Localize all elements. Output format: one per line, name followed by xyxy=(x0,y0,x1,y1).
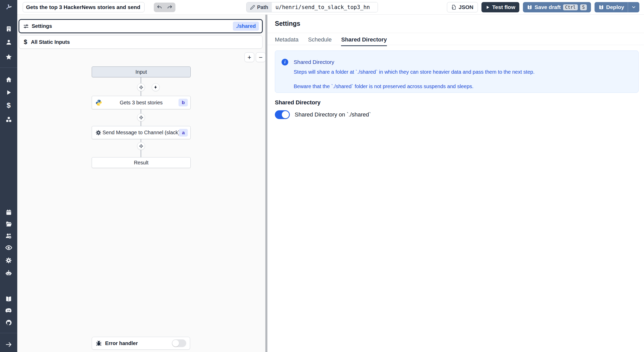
panel-resize-handle[interactable] xyxy=(265,15,267,352)
gear-icon xyxy=(95,130,101,136)
settings-panel-title: Settings xyxy=(275,20,300,27)
add-trigger-button[interactable] xyxy=(152,83,160,91)
folders-icon[interactable] xyxy=(0,220,17,228)
flow-editor-panel: Settings ./shared $ All Static Inputs + … xyxy=(17,15,265,352)
resources-cubes-icon[interactable] xyxy=(0,116,17,123)
node-step-a-label: Send Message to Channel (slack) xyxy=(103,130,180,136)
favorites-star-icon[interactable] xyxy=(0,53,17,61)
shared-directory-section-title: Shared Directory xyxy=(275,99,320,106)
node-input[interactable]: Input xyxy=(92,66,191,77)
json-button[interactable]: JSON xyxy=(447,2,478,12)
error-handler-label: Error handler xyxy=(105,340,138,346)
flow-settings-box[interactable]: Settings ./shared xyxy=(19,19,263,33)
groups-icon[interactable] xyxy=(0,232,17,240)
runs-play-icon[interactable] xyxy=(0,89,17,96)
node-step-b[interactable]: Gets 3 best stories b xyxy=(92,96,191,109)
path-input[interactable] xyxy=(272,2,378,12)
shared-directory-toggle-row: Shared Directory on `./shared` xyxy=(275,110,371,119)
path-field-group: Path xyxy=(246,2,378,12)
add-step-button[interactable] xyxy=(137,142,145,150)
node-step-b-label: Gets 3 best stories xyxy=(120,100,163,106)
shared-directory-toggle[interactable] xyxy=(275,110,290,119)
undo-redo-group xyxy=(154,3,175,12)
python-icon xyxy=(95,99,102,106)
plus-icon xyxy=(139,144,143,148)
static-inputs-label: All Static Inputs xyxy=(31,39,70,45)
deploy-more-button[interactable] xyxy=(628,2,639,12)
user-icon[interactable] xyxy=(0,38,17,46)
sidebar-divider xyxy=(0,333,17,333)
sidebar: $ xyxy=(0,0,17,352)
topbar: Path JSON Test flow Save draft Ctrl S De… xyxy=(17,0,644,15)
node-result-label: Result xyxy=(134,160,149,166)
node-input-label: Input xyxy=(135,69,147,75)
flow-title-input[interactable] xyxy=(23,2,145,12)
topbar-actions: JSON Test flow Save draft Ctrl S Deploy xyxy=(447,2,639,12)
settings-gear-icon[interactable] xyxy=(0,256,17,264)
step-id-badge: a xyxy=(179,129,188,137)
dollar-icon: $ xyxy=(23,38,28,46)
expand-arrow-icon[interactable] xyxy=(0,341,17,348)
info-box-title: Shared Directory xyxy=(294,59,334,65)
add-step-button[interactable] xyxy=(137,83,145,91)
workers-robot-icon[interactable] xyxy=(0,269,17,277)
settings-panel: Settings Metadata Schedule Shared Direct… xyxy=(267,15,644,352)
all-static-inputs-box[interactable]: $ All Static Inputs xyxy=(19,35,262,49)
home-icon[interactable] xyxy=(0,76,17,83)
redo-button[interactable] xyxy=(165,3,174,12)
add-step-button[interactable] xyxy=(137,113,145,121)
workspace-building-icon[interactable] xyxy=(0,25,17,33)
save-icon xyxy=(599,5,604,10)
save-draft-button[interactable]: Save draft Ctrl S xyxy=(523,2,591,12)
chevron-down-icon xyxy=(631,5,636,10)
kbd-s: S xyxy=(580,4,587,10)
error-handler-box[interactable]: Error handler xyxy=(92,337,190,350)
error-handler-toggle[interactable] xyxy=(172,339,186,347)
discord-icon[interactable] xyxy=(0,307,17,314)
schedules-calendar-icon[interactable] xyxy=(0,208,17,216)
audit-eye-icon[interactable] xyxy=(0,244,17,252)
docs-book-icon[interactable] xyxy=(0,295,17,303)
zoom-out-button[interactable]: − xyxy=(256,52,266,62)
bug-icon xyxy=(96,340,102,347)
shared-directory-badge: ./shared xyxy=(233,22,259,31)
plus-icon xyxy=(139,115,143,120)
shared-directory-info-box: i Shared Directory Steps will share a fo… xyxy=(275,51,639,93)
info-box-line1: Steps will share a folder at `./shared` … xyxy=(294,69,535,75)
save-icon xyxy=(527,5,532,10)
info-icon: i xyxy=(282,59,288,65)
zoom-in-button[interactable]: + xyxy=(244,52,254,62)
deploy-button-group: Deploy xyxy=(595,2,639,12)
sliders-icon xyxy=(23,23,29,29)
undo-button[interactable] xyxy=(155,3,164,12)
variables-dollar-icon[interactable]: $ xyxy=(0,102,17,109)
step-id-badge: b xyxy=(179,99,188,106)
plus-icon xyxy=(139,85,143,90)
node-result[interactable]: Result xyxy=(92,157,191,168)
divider-line xyxy=(267,45,644,45)
sidebar-divider xyxy=(0,68,17,68)
kbd-ctrl: Ctrl xyxy=(563,4,578,10)
divider-line xyxy=(267,33,644,33)
path-label[interactable]: Path xyxy=(247,2,272,12)
settings-box-label: Settings xyxy=(32,23,52,29)
shared-directory-toggle-label: Shared Directory on `./shared` xyxy=(295,111,371,118)
file-output-icon xyxy=(451,5,456,10)
play-icon xyxy=(486,5,490,10)
info-box-line2: Beware that the `./shared` folder is not… xyxy=(294,83,473,89)
github-icon[interactable] xyxy=(0,319,17,326)
windmill-logo[interactable] xyxy=(0,3,17,11)
zap-icon xyxy=(154,85,158,89)
node-step-a[interactable]: Send Message to Channel (slack) a xyxy=(92,126,191,139)
deploy-button[interactable]: Deploy xyxy=(595,2,628,12)
test-flow-button[interactable]: Test flow xyxy=(481,2,519,12)
pencil-icon xyxy=(250,5,255,10)
